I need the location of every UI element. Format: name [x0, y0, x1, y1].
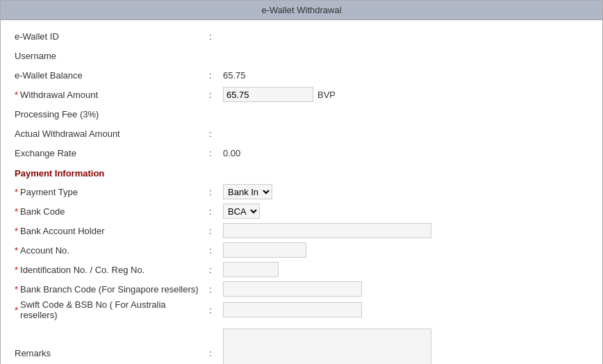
required-star-6: *: [15, 265, 18, 275]
exchange-rate-label: Exchange Rate: [15, 148, 209, 158]
remarks-label: Remarks: [15, 348, 209, 358]
swift-code-row: * Swift Code & BSB No ( For Australia re…: [15, 299, 588, 320]
required-star-2: *: [15, 187, 18, 197]
required-star-7: *: [15, 284, 18, 295]
withdrawal-amount-row: * Withdrawal Amount : BVP: [15, 85, 588, 104]
account-no-input[interactable]: [223, 242, 306, 258]
identification-row: * Identification No. / Co. Reg No. :: [15, 260, 588, 279]
ewallet-balance-value: 65.75: [223, 70, 246, 81]
actual-withdrawal-row: Actual Withdrawal Amount :: [15, 124, 588, 142]
main-window: e-Wallet Withdrawal e-Wallet ID : Userna…: [0, 0, 603, 364]
bank-branch-label: Bank Branch Code (For Singapore reseller…: [20, 284, 199, 295]
payment-info-header-row: Payment Information: [15, 163, 588, 181]
account-no-row: * Account No. :: [15, 241, 588, 259]
bank-code-select[interactable]: BCA: [223, 204, 260, 219]
bank-code-row: * Bank Code : BCA: [15, 202, 588, 220]
payment-info-header: Payment Information: [15, 168, 104, 179]
ewallet-id-label: e-Wallet ID: [15, 31, 209, 42]
username-row: Username: [15, 47, 588, 65]
payment-type-row: * Payment Type : Bank In: [15, 183, 588, 201]
window-title: e-Wallet Withdrawal: [261, 5, 341, 15]
account-no-label: Account No.: [20, 245, 69, 256]
withdrawal-amount-input[interactable]: [223, 87, 313, 102]
bank-branch-row: * Bank Branch Code (For Singapore resell…: [15, 280, 588, 298]
exchange-rate-row: Exchange Rate : 0.00: [15, 144, 588, 162]
swift-code-input[interactable]: [223, 302, 362, 317]
bank-branch-input[interactable]: [223, 281, 362, 297]
required-star-4: *: [15, 226, 18, 236]
required-star-8: *: [15, 305, 18, 315]
spacer: [15, 322, 588, 329]
ewallet-id-row: e-Wallet ID :: [15, 27, 588, 45]
identification-label: Identification No. / Co. Reg No.: [20, 265, 144, 275]
processing-fee-row: Processing Fee (3%): [15, 105, 588, 123]
title-bar: e-Wallet Withdrawal: [1, 1, 602, 20]
remarks-row: Remarks :: [15, 329, 588, 364]
bank-account-holder-row: * Bank Account Holder :: [15, 222, 588, 240]
bank-code-label: Bank Code: [20, 206, 65, 217]
processing-fee-label: Processing Fee (3%): [15, 109, 209, 119]
ewallet-balance-row: e-Wallet Balance : 65.75: [15, 66, 588, 84]
ewallet-balance-label: e-Wallet Balance: [15, 70, 209, 81]
actual-withdrawal-label: Actual Withdrawal Amount: [15, 129, 209, 139]
bank-account-holder-label: Bank Account Holder: [20, 226, 104, 236]
required-star-5: *: [15, 245, 18, 256]
bank-account-holder-input[interactable]: [223, 223, 431, 238]
identification-input[interactable]: [223, 262, 279, 277]
withdrawal-unit: BVP: [317, 90, 336, 100]
withdrawal-amount-label: Withdrawal Amount: [20, 90, 98, 100]
swift-code-label: Swift Code & BSB No ( For Australia rese…: [20, 299, 202, 320]
required-star: *: [15, 90, 18, 100]
username-label: Username: [15, 51, 209, 61]
remarks-textarea[interactable]: [223, 329, 431, 364]
payment-type-select[interactable]: Bank In: [223, 184, 272, 199]
payment-type-label: Payment Type: [20, 187, 78, 197]
exchange-rate-value: 0.00: [223, 148, 240, 158]
form-content: e-Wallet ID : Username e-Wallet Balance …: [1, 20, 602, 364]
required-star-3: *: [15, 206, 18, 217]
